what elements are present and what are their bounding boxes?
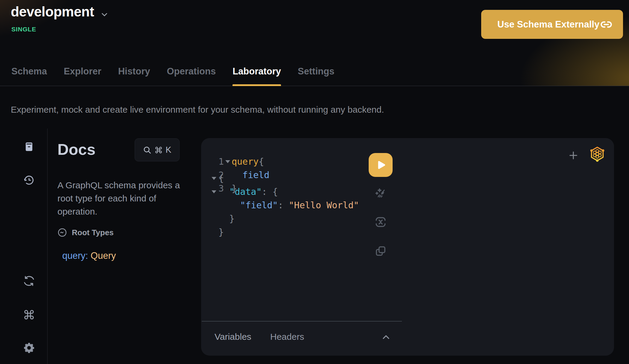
gear-icon — [23, 342, 35, 354]
root-field-name[interactable]: query — [62, 250, 86, 261]
root-types-label: Root Types — [72, 228, 114, 237]
hive-logo-icon — [590, 146, 605, 162]
code-token: { — [259, 155, 264, 168]
code-token: : { — [262, 185, 278, 198]
docs-description-line: operation. — [57, 205, 180, 218]
root-types-section: Root Types — [57, 228, 114, 237]
docs-search-button[interactable]: K — [135, 138, 180, 161]
command-icon — [23, 309, 35, 320]
copy-icon — [374, 245, 387, 257]
root-field-type[interactable]: Query — [91, 250, 116, 261]
workspace-switcher[interactable]: development — [11, 4, 109, 20]
book-icon — [23, 141, 35, 152]
fold-toggle[interactable] — [224, 160, 232, 163]
code-token: "field" — [240, 198, 278, 212]
code-token: { — [218, 172, 224, 185]
code-line: } — [209, 212, 359, 225]
docs-description-line: root type for each kind of — [57, 192, 180, 205]
history-icon — [23, 175, 35, 186]
chevron-up-icon — [381, 332, 391, 342]
tab-operations[interactable]: Operations — [167, 57, 216, 86]
root-field-query[interactable]: query: Query — [62, 250, 116, 261]
sidebar-item-settings[interactable] — [23, 342, 35, 354]
editor-bottom-divider — [202, 321, 402, 322]
use-schema-externally-label: Use Schema Externally — [497, 19, 599, 30]
code-line: } — [209, 225, 359, 239]
operation-editor-card: 1query{2 field3} — [201, 138, 614, 356]
page-header: development SINGLE Use Schema Externally… — [0, 0, 629, 86]
page-subtitle: Experiment, mock and create live environ… — [11, 105, 384, 115]
tab-history[interactable]: History — [118, 57, 150, 86]
code-token: query — [232, 155, 259, 168]
fold-toggle[interactable] — [209, 177, 218, 180]
copy-query-button[interactable] — [374, 244, 387, 258]
code-line: "data": { — [209, 185, 359, 198]
sidebar-item-docs[interactable] — [23, 141, 35, 152]
main-tabs: SchemaExplorerHistoryOperationsLaborator… — [11, 57, 334, 86]
docs-heading: Docs — [57, 140, 95, 158]
fold-caret-icon[interactable] — [212, 190, 216, 193]
sidebar-item-shortcuts[interactable] — [23, 309, 35, 320]
fold-caret-icon[interactable] — [225, 160, 230, 163]
tab-explorer[interactable]: Explorer — [64, 57, 101, 86]
code-line: "field": "Hello World" — [209, 198, 359, 212]
tab-schema[interactable]: Schema — [11, 57, 47, 86]
tab-variables[interactable]: Variables — [215, 332, 251, 342]
code-line: { — [209, 172, 359, 185]
use-schema-externally-button[interactable]: Use Schema Externally — [481, 10, 623, 39]
execute-query-button[interactable] — [369, 153, 393, 177]
merge-fragments-button[interactable] — [374, 215, 387, 229]
merge-icon — [374, 215, 387, 229]
fold-toggle[interactable] — [209, 190, 218, 193]
plus-icon — [568, 150, 578, 160]
code-token: : — [278, 198, 289, 212]
chevron-down-icon — [100, 10, 109, 19]
line-number: 1 — [218, 155, 224, 168]
hive-logo-button[interactable] — [589, 145, 606, 163]
prettify-button[interactable] — [374, 187, 387, 200]
sidebar-divider — [47, 129, 48, 364]
target-mode-badge: SINGLE — [11, 26, 36, 33]
tab-headers[interactable]: Headers — [270, 332, 304, 342]
search-icon — [143, 146, 152, 155]
collapse-panel-button[interactable] — [379, 331, 393, 343]
tilde-circle-icon — [57, 228, 67, 237]
prettify-sparkle-icon — [374, 187, 387, 200]
sidebar-item-history[interactable] — [23, 175, 35, 186]
tab-laboratory[interactable]: Laboratory — [233, 57, 281, 86]
code-token: } — [218, 212, 235, 225]
fold-caret-icon[interactable] — [212, 177, 216, 180]
add-tab-button[interactable] — [567, 149, 580, 162]
code-token: "data" — [229, 185, 262, 198]
laboratory-page: development SINGLE Use Schema Externally… — [0, 0, 629, 364]
docs-description-line: A GraphQL schema provides a — [57, 179, 180, 192]
root-field-separator: : — [86, 250, 91, 261]
play-icon — [375, 159, 387, 171]
search-shortcut-key: K — [165, 145, 171, 155]
tab-settings[interactable]: Settings — [298, 57, 334, 86]
link-icon — [600, 19, 612, 30]
code-token: "Hello World" — [289, 198, 359, 212]
command-key-icon — [155, 146, 162, 154]
code-token: } — [218, 225, 224, 239]
code-line: 1query{ — [201, 155, 269, 168]
response-viewer[interactable]: { "data": { "field": "Hello World" }} — [209, 172, 359, 239]
sidebar-item-refetch[interactable] — [23, 275, 35, 287]
code-token — [218, 198, 240, 212]
workspace-title: development — [11, 4, 94, 20]
refresh-icon — [23, 275, 35, 287]
code-token — [218, 185, 229, 198]
docs-description: A GraphQL schema provides a root type fo… — [57, 179, 180, 218]
